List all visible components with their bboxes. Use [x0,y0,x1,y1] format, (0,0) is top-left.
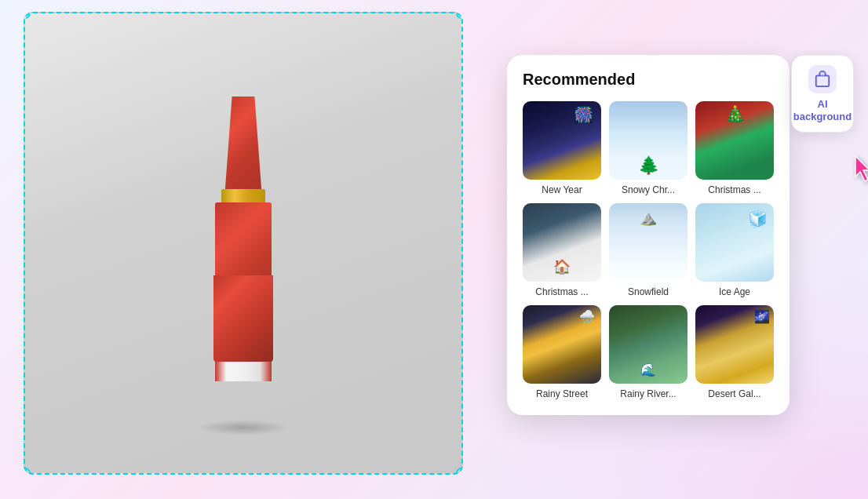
backgrounds-grid: New YearSnowy Chr...Christmas ...Christm… [523,101,774,399]
grid-item-ice-age[interactable]: Ice Age [695,203,774,297]
handle-bottom-left[interactable] [24,468,31,475]
handle-top-right[interactable] [456,12,463,19]
svg-rect-0 [816,75,830,86]
recommended-panel: Recommended New YearSnowy Chr...Christma… [507,55,790,415]
background-label-ice-age: Ice Age [719,286,750,297]
product-image [173,97,314,426]
recommended-title: Recommended [523,71,774,89]
background-label-christmas: Christmas ... [708,184,760,195]
handle-top-left[interactable] [24,12,31,19]
background-label-rainy-river: Rainy River... [620,388,676,399]
grid-item-new-year[interactable]: New Year [523,101,601,195]
background-thumbnail-rainy-river [609,305,687,384]
background-thumbnail-ice-age [695,203,774,282]
shopping-bag-icon [814,71,831,88]
lipstick-shadow [196,420,290,435]
background-label-new-year: New Year [542,184,582,195]
grid-item-snowfield[interactable]: Snowfield [609,203,687,297]
grid-item-desert-gal[interactable]: Desert Gal... [695,305,774,399]
ai-background-button[interactable]: AI background [791,55,854,133]
background-thumbnail-new-year [523,101,601,180]
handle-bottom-right[interactable] [456,468,463,475]
background-thumbnail-christmas2 [523,203,601,282]
background-label-christmas2: Christmas ... [535,286,588,297]
grid-item-christmas2[interactable]: Christmas ... [523,203,601,297]
svg-rect-1 [820,72,825,76]
background-label-desert-gal: Desert Gal... [708,388,760,399]
lipstick-stripe [215,359,272,381]
background-thumbnail-snowy-chr [609,101,687,180]
grid-item-rainy-street[interactable]: Rainy Street [523,305,601,399]
background-label-rainy-street: Rainy Street [536,388,588,399]
main-container: AI background Recommended New YearSnowy … [0,0,868,499]
lipstick-tip [224,97,262,199]
grid-item-christmas[interactable]: Christmas ... [695,101,774,195]
grid-item-rainy-river[interactable]: Rainy River... [609,305,687,399]
background-thumbnail-christmas [695,101,774,180]
ai-bg-icon-wrapper [808,65,837,93]
background-label-snowy-chr: Snowy Chr... [622,184,675,195]
background-thumbnail-desert-gal [695,305,774,384]
background-label-snowfield: Snowfield [628,286,669,297]
ai-bg-label: AI background [793,98,852,122]
cursor-icon [849,153,868,184]
background-thumbnail-snowfield [609,203,687,282]
grid-item-snowy-chr[interactable]: Snowy Chr... [609,101,687,195]
lipstick-base [213,275,273,362]
background-thumbnail-rainy-street [523,305,601,384]
canvas-area[interactable] [24,12,463,475]
